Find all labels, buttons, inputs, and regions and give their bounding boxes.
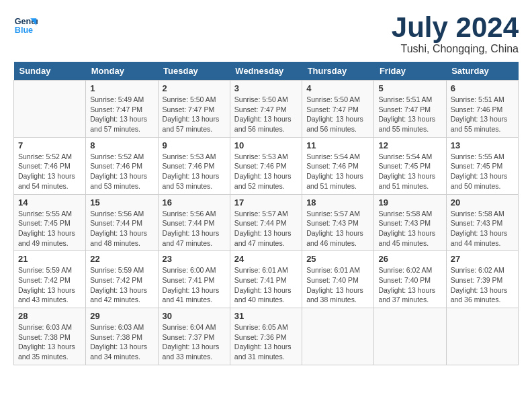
month-title: July 2024	[392, 13, 519, 42]
calendar-table: Sunday Monday Tuesday Wednesday Thursday…	[13, 62, 519, 365]
day-number: 12	[378, 140, 441, 150]
day-number: 7	[18, 140, 81, 150]
day-info: Sunrise: 6:02 AMSunset: 7:40 PMDaylight:…	[378, 265, 441, 305]
col-friday: Friday	[374, 62, 446, 81]
week-row-0: 1Sunrise: 5:49 AMSunset: 7:47 PMDaylight…	[14, 81, 519, 138]
day-cell: 12Sunrise: 5:54 AMSunset: 7:45 PMDayligh…	[374, 137, 446, 194]
day-number: 21	[18, 254, 81, 264]
day-info: Sunrise: 5:58 AMSunset: 7:43 PMDaylight:…	[451, 209, 514, 248]
day-cell: 14Sunrise: 5:55 AMSunset: 7:45 PMDayligh…	[14, 194, 86, 251]
day-cell: 26Sunrise: 6:02 AMSunset: 7:40 PMDayligh…	[374, 251, 446, 308]
day-number: 1	[90, 83, 153, 93]
day-number: 9	[163, 140, 226, 150]
day-cell	[14, 81, 86, 138]
week-row-4: 28Sunrise: 6:03 AMSunset: 7:38 PMDayligh…	[14, 308, 519, 365]
day-number: 20	[451, 197, 514, 208]
day-number: 24	[234, 254, 298, 264]
day-info: Sunrise: 6:05 AMSunset: 7:36 PMDaylight:…	[234, 322, 298, 362]
day-info: Sunrise: 5:55 AMSunset: 7:45 PMDaylight:…	[18, 209, 81, 248]
day-info: Sunrise: 5:57 AMSunset: 7:43 PMDaylight:…	[306, 209, 369, 248]
day-cell	[374, 308, 446, 365]
day-cell: 29Sunrise: 6:03 AMSunset: 7:38 PMDayligh…	[86, 308, 158, 365]
day-cell: 25Sunrise: 6:01 AMSunset: 7:40 PMDayligh…	[302, 251, 374, 308]
col-wednesday: Wednesday	[230, 62, 302, 81]
day-number: 10	[234, 140, 298, 150]
day-number: 26	[378, 254, 441, 264]
logo-icon: General Blue	[13, 13, 38, 38]
day-info: Sunrise: 5:50 AMSunset: 7:47 PMDaylight:…	[306, 95, 369, 134]
day-cell	[446, 308, 518, 365]
day-cell: 16Sunrise: 5:56 AMSunset: 7:44 PMDayligh…	[158, 194, 230, 251]
day-cell: 13Sunrise: 5:55 AMSunset: 7:45 PMDayligh…	[446, 137, 518, 194]
day-cell: 1Sunrise: 5:49 AMSunset: 7:47 PMDaylight…	[86, 81, 158, 138]
day-number: 22	[90, 254, 153, 264]
day-cell: 15Sunrise: 5:56 AMSunset: 7:44 PMDayligh…	[86, 194, 158, 251]
day-cell: 10Sunrise: 5:53 AMSunset: 7:46 PMDayligh…	[230, 137, 302, 194]
day-info: Sunrise: 5:57 AMSunset: 7:44 PMDaylight:…	[234, 209, 298, 248]
day-number: 29	[90, 311, 153, 321]
day-info: Sunrise: 5:52 AMSunset: 7:46 PMDaylight:…	[18, 152, 81, 191]
day-cell: 21Sunrise: 5:59 AMSunset: 7:42 PMDayligh…	[14, 251, 86, 308]
day-info: Sunrise: 5:53 AMSunset: 7:46 PMDaylight:…	[234, 152, 298, 191]
day-number: 2	[163, 83, 226, 93]
logo: General Blue	[13, 13, 38, 38]
day-info: Sunrise: 5:50 AMSunset: 7:47 PMDaylight:…	[234, 95, 298, 134]
day-cell: 28Sunrise: 6:03 AMSunset: 7:38 PMDayligh…	[14, 308, 86, 365]
day-cell: 7Sunrise: 5:52 AMSunset: 7:46 PMDaylight…	[14, 137, 86, 194]
day-cell: 5Sunrise: 5:51 AMSunset: 7:47 PMDaylight…	[374, 81, 446, 138]
day-number: 25	[306, 254, 369, 264]
day-number: 13	[451, 140, 514, 150]
day-number: 11	[306, 140, 369, 150]
day-info: Sunrise: 6:01 AMSunset: 7:40 PMDaylight:…	[306, 265, 369, 305]
day-info: Sunrise: 5:49 AMSunset: 7:47 PMDaylight:…	[90, 95, 153, 134]
day-number: 6	[451, 83, 514, 93]
day-info: Sunrise: 5:53 AMSunset: 7:46 PMDaylight:…	[163, 152, 226, 191]
week-row-1: 7Sunrise: 5:52 AMSunset: 7:46 PMDaylight…	[14, 137, 519, 194]
col-sunday: Sunday	[14, 62, 86, 81]
day-number: 18	[306, 197, 369, 208]
day-number: 17	[234, 197, 298, 208]
day-info: Sunrise: 5:50 AMSunset: 7:47 PMDaylight:…	[163, 95, 226, 134]
day-cell: 27Sunrise: 6:02 AMSunset: 7:39 PMDayligh…	[446, 251, 518, 308]
day-number: 30	[163, 311, 226, 321]
day-number: 28	[18, 311, 81, 321]
day-info: Sunrise: 5:54 AMSunset: 7:46 PMDaylight:…	[306, 152, 369, 191]
day-cell: 30Sunrise: 6:04 AMSunset: 7:37 PMDayligh…	[158, 308, 230, 365]
day-cell	[302, 308, 374, 365]
day-cell: 11Sunrise: 5:54 AMSunset: 7:46 PMDayligh…	[302, 137, 374, 194]
col-thursday: Thursday	[302, 62, 374, 81]
day-info: Sunrise: 6:03 AMSunset: 7:38 PMDaylight:…	[90, 322, 153, 362]
day-number: 27	[451, 254, 514, 264]
day-info: Sunrise: 6:03 AMSunset: 7:38 PMDaylight:…	[18, 322, 81, 362]
location-title: Tushi, Chongqing, China	[392, 43, 519, 55]
day-info: Sunrise: 5:59 AMSunset: 7:42 PMDaylight:…	[90, 265, 153, 305]
day-cell: 8Sunrise: 5:52 AMSunset: 7:46 PMDaylight…	[86, 137, 158, 194]
page-header: General Blue July 2024 Tushi, Chongqing,…	[13, 13, 519, 55]
day-cell: 17Sunrise: 5:57 AMSunset: 7:44 PMDayligh…	[230, 194, 302, 251]
day-number: 8	[90, 140, 153, 150]
day-number: 5	[378, 83, 441, 93]
svg-text:Blue: Blue	[15, 26, 33, 35]
day-cell: 18Sunrise: 5:57 AMSunset: 7:43 PMDayligh…	[302, 194, 374, 251]
day-cell: 20Sunrise: 5:58 AMSunset: 7:43 PMDayligh…	[446, 194, 518, 251]
day-info: Sunrise: 5:59 AMSunset: 7:42 PMDaylight:…	[18, 265, 81, 305]
day-number: 23	[163, 254, 226, 264]
col-monday: Monday	[86, 62, 158, 81]
day-cell: 3Sunrise: 5:50 AMSunset: 7:47 PMDaylight…	[230, 81, 302, 138]
day-cell: 6Sunrise: 5:51 AMSunset: 7:46 PMDaylight…	[446, 81, 518, 138]
day-cell: 4Sunrise: 5:50 AMSunset: 7:47 PMDaylight…	[302, 81, 374, 138]
day-number: 4	[306, 83, 369, 93]
day-info: Sunrise: 6:04 AMSunset: 7:37 PMDaylight:…	[163, 322, 226, 362]
day-info: Sunrise: 6:01 AMSunset: 7:41 PMDaylight:…	[234, 265, 298, 305]
day-info: Sunrise: 5:54 AMSunset: 7:45 PMDaylight:…	[378, 152, 441, 191]
day-cell: 19Sunrise: 5:58 AMSunset: 7:43 PMDayligh…	[374, 194, 446, 251]
day-cell: 22Sunrise: 5:59 AMSunset: 7:42 PMDayligh…	[86, 251, 158, 308]
day-number: 15	[90, 197, 153, 208]
day-info: Sunrise: 5:56 AMSunset: 7:44 PMDaylight:…	[90, 209, 153, 248]
day-info: Sunrise: 5:55 AMSunset: 7:45 PMDaylight:…	[451, 152, 514, 191]
title-section: July 2024 Tushi, Chongqing, China	[392, 13, 519, 55]
day-number: 31	[234, 311, 298, 321]
day-cell: 23Sunrise: 6:00 AMSunset: 7:41 PMDayligh…	[158, 251, 230, 308]
week-row-3: 21Sunrise: 5:59 AMSunset: 7:42 PMDayligh…	[14, 251, 519, 308]
day-info: Sunrise: 5:51 AMSunset: 7:47 PMDaylight:…	[378, 95, 441, 134]
